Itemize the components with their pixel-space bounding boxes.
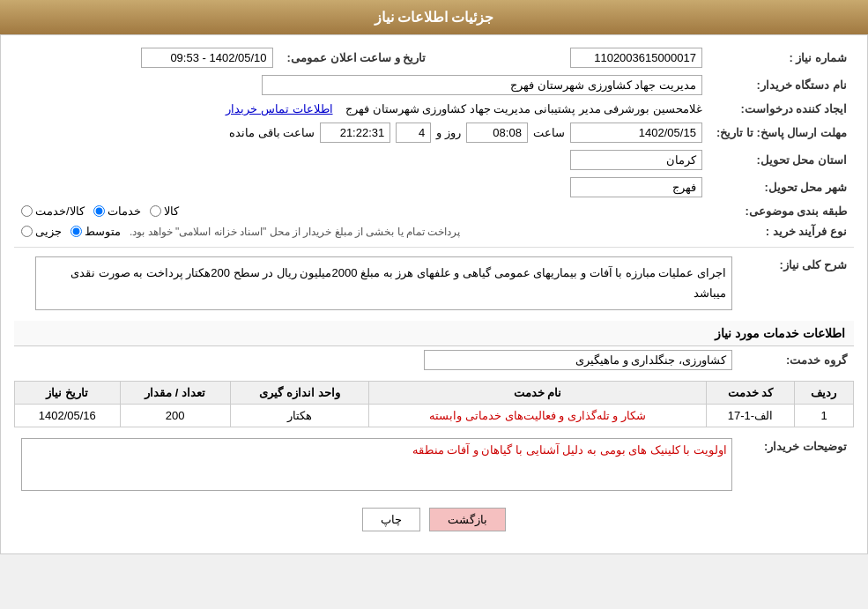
sharh-label: شرح کلی نیاز: — [739, 253, 854, 314]
mohlatErsal-value: 1402/05/15 ساعت 08:08 روز و 4 21:22:31 — [14, 119, 709, 146]
services-table: ردیف کد خدمت نام خدمت واحد اندازه گیری ت… — [14, 381, 854, 427]
rooz-box: 4 — [396, 123, 431, 143]
shahr-label: شهر محل تحویل: — [709, 174, 854, 201]
goroh-label: گروه خدمت: — [739, 346, 854, 374]
tarikhEelan-label: تاریخ و ساعت اعلان عمومی: — [280, 44, 444, 71]
btn-back[interactable]: بازگشت — [429, 508, 506, 531]
ostan-label: استان محل تحویل: — [709, 146, 854, 174]
sharh-section: شرح کلی نیاز: اجرای عملیات مبارزه با آفا… — [14, 253, 854, 314]
buttons-row: بازگشت چاپ — [14, 508, 854, 531]
col-tedad: تعداد / مقدار — [120, 381, 230, 404]
radio-kala[interactable]: کالا — [150, 204, 179, 218]
cell-kod: الف-1-17 — [707, 404, 795, 427]
radio-khadamat-label: خدمات — [108, 204, 141, 218]
shomareNiaz-label: شماره نیاز : — [709, 44, 854, 71]
ostan-box: کرمان — [570, 150, 702, 170]
page-title: جزئیات اطلاعات نیاز — [375, 10, 494, 25]
saat-box: 08:08 — [466, 123, 528, 143]
radio-kala-khadamat-label: کالا/خدمت — [35, 204, 85, 218]
info-section-1: شماره نیاز : 1102003615000017 تاریخ و سا… — [14, 44, 854, 241]
cell-nam: شکار و تله‌گذاری و فعالیت‌های خدماتی واب… — [369, 404, 707, 427]
baghimandeh-box: 21:22:31 — [320, 123, 390, 143]
radio-motavaset-label: متوسط — [85, 225, 121, 238]
radio-jozei-input[interactable] — [21, 226, 33, 237]
tozihat-label: توضیحات خریدار: — [739, 434, 854, 494]
cell-radif: 1 — [794, 404, 853, 427]
baghimandeh-label: ساعت باقی مانده — [229, 126, 315, 139]
saat-label: ساعت — [533, 126, 565, 139]
namDastgah-label: نام دستگاه خریدار: — [709, 71, 854, 99]
tarikhEelan-value: 1402/05/10 - 09:53 — [14, 44, 280, 71]
shomareNiaz-value: 1102003615000017 — [443, 44, 709, 71]
col-vahed: واحد اندازه گیری — [230, 381, 369, 404]
ijadKonande-value: غلامحسین بورشرفی مدیر پشتیبانی مدیریت جه… — [14, 99, 709, 119]
btn-print[interactable]: چاپ — [362, 508, 420, 531]
noeFarayand-label: نوع فرآیند خرید : — [709, 221, 854, 241]
khadamat-header: اطلاعات خدمات مورد نیاز — [14, 321, 854, 346]
col-tarikh: تاریخ نیاز — [15, 381, 121, 404]
cell-tedad: 200 — [120, 404, 230, 427]
rooz-label: روز و — [436, 126, 461, 139]
goroh-box: کشاورزی، جنگلداری و ماهیگیری — [424, 350, 732, 370]
tarikhEelan-box: 1402/05/10 - 09:53 — [141, 48, 273, 68]
sharh-value: اجرای عملیات مبارزه با آفات و بیماریهای … — [14, 253, 739, 314]
radio-jozei-label: جزیی — [35, 225, 62, 238]
tozihat-value: اولویت با کلینیک های بومی به دلیل آشنایی… — [14, 434, 739, 494]
tabaqeh-label: طبقه بندی موضوعی: — [709, 201, 854, 221]
shahr-value: فهرج — [14, 174, 709, 201]
radio-kala-input[interactable] — [150, 205, 161, 217]
col-radif: ردیف — [794, 381, 853, 404]
namDastgah-value: مدیریت جهاد کشاورزی شهرستان فهرج — [14, 71, 709, 99]
sharh-box: اجرای عملیات مبارزه با آفات و بیماریهای … — [35, 256, 732, 310]
radio-khadamat[interactable]: خدمات — [93, 204, 141, 218]
goroh-section: گروه خدمت: کشاورزی، جنگلداری و ماهیگیری — [14, 346, 854, 374]
cell-tarikh: 1402/05/16 — [15, 404, 121, 427]
page-header: جزئیات اطلاعات نیاز — [0, 0, 868, 34]
goroh-value: کشاورزی، جنگلداری و ماهیگیری — [14, 346, 739, 374]
ostan-value: کرمان — [14, 146, 709, 174]
col-nam: نام خدمت — [369, 381, 707, 404]
radio-motavaset-input[interactable] — [70, 226, 82, 237]
date-box: 1402/05/15 — [570, 123, 702, 143]
namDastgah-box: مدیریت جهاد کشاورزی شهرستان فهرج — [262, 75, 702, 95]
radio-jozei[interactable]: جزیی — [21, 225, 62, 238]
shomareNiaz-box: 1102003615000017 — [570, 48, 702, 68]
content-area: شماره نیاز : 1102003615000017 تاریخ و سا… — [0, 34, 868, 554]
radio-kala-khadamat[interactable]: کالا/خدمت — [21, 204, 85, 218]
tabaqeh-radios: کالا/خدمت خدمات کالا — [14, 201, 709, 221]
tozihat-box: اولویت با کلینیک های بومی به دلیل آشنایی… — [21, 438, 732, 491]
tozihat-section: توضیحات خریدار: اولویت با کلینیک های بوم… — [14, 434, 854, 494]
shahr-box: فهرج — [570, 177, 702, 197]
cell-vahed: هکتار — [230, 404, 369, 427]
radio-khadamat-input[interactable] — [93, 205, 105, 217]
radio-motavaset[interactable]: متوسط — [70, 225, 121, 238]
main-container: جزئیات اطلاعات نیاز شماره نیاز : 1102003… — [0, 0, 868, 554]
farayand-note: پرداخت تمام یا بخشی از مبلغ خریدار از مح… — [130, 226, 460, 238]
table-row: 1 الف-1-17 شکار و تله‌گذاری و فعالیت‌های… — [15, 404, 854, 427]
mohlatErsal-label: مهلت ارسال پاسخ: تا تاریخ: — [709, 119, 854, 146]
etelaatTamas-link[interactable]: اطلاعات تماس خریدار — [226, 102, 332, 115]
radio-kala-khadamat-input[interactable] — [21, 205, 33, 217]
col-kod: کد خدمت — [707, 381, 795, 404]
ijadKonande-label: ایجاد کننده درخواست: — [709, 99, 854, 119]
radio-kala-label: کالا — [164, 204, 179, 218]
noeFarayand-radios: جزیی متوسط پرداخت تمام یا بخشی از مبلغ خ… — [14, 221, 709, 241]
